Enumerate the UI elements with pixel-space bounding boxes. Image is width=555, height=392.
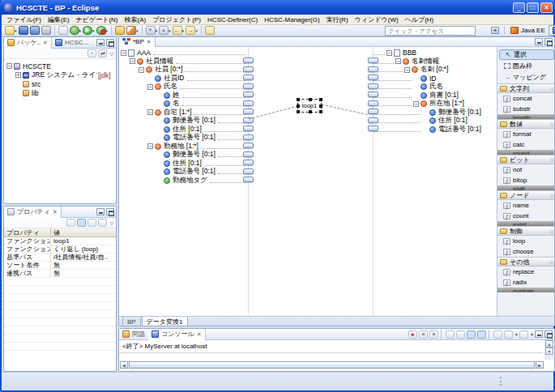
palette-item-not[interactable]: ƒnot — [497, 164, 555, 175]
show-tree-icon[interactable] — [77, 219, 86, 227]
expander-icon[interactable]: − — [6, 63, 12, 69]
expander-icon[interactable]: − — [147, 84, 153, 90]
tree-node[interactable]: 電話番号 [0:1] — [121, 134, 247, 143]
tree-node[interactable]: 住所 [0:1] — [373, 117, 494, 126]
profile-icon[interactable] — [96, 26, 106, 35]
scroll-down-icon[interactable]: ▼ — [545, 347, 553, 355]
expander-icon[interactable]: − — [395, 58, 401, 64]
new-wizard-icon[interactable] — [5, 26, 15, 35]
tree-node[interactable]: 郵便番号 [0:1] — [121, 117, 247, 126]
open-console-icon[interactable] — [519, 330, 528, 339]
close-icon[interactable]: ✕ — [43, 40, 48, 46]
back-icon[interactable]: ← — [173, 26, 182, 35]
tree-node-src[interactable]: src — [6, 79, 116, 88]
scroll-lock-icon[interactable] — [456, 330, 465, 339]
tree-node[interactable]: −BBB — [373, 49, 494, 58]
menu-navigate[interactable]: ナビゲート(N) — [73, 15, 122, 24]
column-value[interactable]: 値 — [51, 228, 116, 237]
palette-group-other[interactable]: その他○ — [497, 257, 555, 266]
forward-icon[interactable]: → — [186, 26, 195, 35]
tree-node[interactable]: −名刺情報 — [373, 58, 494, 66]
tree-node[interactable]: −所在地 [1:*] — [373, 100, 494, 109]
scrollbar-thumb[interactable] — [129, 361, 535, 369]
link-with-editor-icon[interactable]: ⇄ — [98, 49, 107, 58]
palette-tool-select[interactable]: ↖選択 — [499, 49, 554, 60]
mapping-handle[interactable] — [243, 75, 254, 80]
menu-search[interactable]: 検索(A) — [122, 15, 150, 24]
mapping-handle[interactable] — [243, 117, 254, 123]
mapping-handle[interactable] — [243, 151, 254, 157]
open-perspective-icon[interactable]: + — [491, 27, 499, 34]
generate-icon[interactable] — [58, 26, 68, 35]
view-menu-icon[interactable]: ▽ — [109, 51, 113, 57]
status-drag-grip[interactable] — [500, 377, 502, 386]
display-selected-console-icon[interactable] — [504, 330, 513, 339]
next-annotation-icon[interactable]: ▼ — [146, 26, 156, 35]
run-dropdown-icon[interactable]: ▾ — [92, 28, 95, 33]
close-icon[interactable]: ✕ — [197, 331, 202, 338]
tree-node[interactable]: 姓 — [121, 92, 247, 100]
debug-dropdown-icon[interactable]: ▾ — [79, 28, 82, 33]
perspective-hcscte-button[interactable]: HCSCTE — [549, 25, 555, 36]
run-icon[interactable]: ▶ — [83, 26, 92, 35]
close-icon[interactable]: ✕ — [53, 209, 58, 215]
pin-icon[interactable]: ○ — [550, 157, 553, 163]
palette-item-choose[interactable]: ƒchoose — [497, 246, 555, 257]
pin-icon[interactable]: ○ — [550, 121, 553, 127]
tab-data-transform-1[interactable]: データ変換1 — [142, 317, 188, 326]
menu-help[interactable]: ヘルプ(H) — [402, 15, 438, 24]
expander-icon[interactable]: − — [130, 58, 135, 64]
horizontal-scrollbar[interactable]: ◀ ▶ — [120, 361, 544, 369]
palette-item-substr[interactable]: ƒsubstr — [497, 104, 555, 114]
palette-item-radix[interactable]: ƒradix — [497, 277, 555, 288]
tree-node[interactable]: −勤務地 [1:*] — [121, 143, 247, 151]
mapping-handle[interactable] — [243, 100, 254, 106]
tree-node[interactable]: −社員 [0:*] — [121, 66, 247, 75]
tree-node[interactable]: 肩書 [0:1] — [373, 92, 494, 100]
palette-tool-mapping[interactable]: →マッピング — [499, 72, 554, 83]
minimize-view-icon[interactable] — [535, 330, 543, 338]
selection-handle[interactable] — [297, 110, 300, 113]
console-content[interactable]: <終了> MyServer at localhost ▲ ▼ ◀ ▶ — [119, 340, 554, 371]
expander-icon[interactable]: − — [147, 109, 153, 115]
dropdown-icon[interactable]: ▾ — [515, 331, 518, 337]
maximize-editor-icon[interactable] — [544, 38, 553, 45]
mapping-handle[interactable] — [243, 134, 254, 140]
minimize-editor-icon[interactable] — [535, 38, 543, 45]
expander-icon[interactable]: + — [15, 72, 21, 78]
view-menu-icon[interactable]: ▽ — [109, 220, 113, 226]
save-icon[interactable] — [19, 26, 28, 35]
perspective-java-ee-button[interactable]: Java EE — [507, 25, 549, 36]
palette-item-format[interactable]: ƒformat — [497, 129, 555, 139]
minimize-window-button[interactable]: _ — [513, 2, 525, 13]
mapping-handle[interactable] — [243, 177, 254, 182]
palette-group-string[interactable]: 文字列○ — [497, 83, 555, 93]
menu-project[interactable]: プロジェクト(P) — [149, 15, 204, 24]
pin-icon[interactable]: ○ — [550, 259, 553, 265]
tree-node[interactable]: −名刺 [0:*] — [373, 66, 494, 75]
close-icon[interactable]: ✕ — [147, 39, 152, 45]
maximize-window-button[interactable]: □ — [527, 2, 539, 13]
remove-all-launches-icon[interactable]: ✕ — [429, 330, 438, 339]
show-advanced-icon[interactable] — [88, 219, 96, 227]
mapping-handle[interactable] — [243, 66, 254, 72]
mark-occurrences-icon[interactable] — [126, 26, 136, 35]
pin-icon[interactable]: ○ — [550, 193, 553, 198]
forward-dropdown-icon[interactable]: ▾ — [195, 28, 198, 33]
show-on-stdout-icon[interactable] — [467, 330, 476, 339]
palette-group-number[interactable]: 数値○ — [497, 119, 555, 129]
tree-node[interactable]: 社員ID — [121, 75, 247, 83]
maximize-view-icon[interactable] — [544, 330, 553, 338]
minimize-view-icon[interactable] — [96, 208, 105, 215]
menu-file[interactable]: ファイル(F) — [3, 15, 45, 24]
selection-handle[interactable] — [309, 98, 312, 101]
tree-node[interactable]: −氏名 — [121, 83, 247, 92]
previous-annotation-dropdown-icon[interactable]: ▾ — [169, 28, 171, 33]
last-edit-location-icon[interactable] — [205, 26, 215, 35]
menu-window[interactable]: ウィンドウ(W) — [352, 15, 402, 24]
open-element-icon[interactable] — [115, 26, 125, 35]
tree-node[interactable]: −自宅 [1:*] — [121, 109, 247, 117]
next-annotation-dropdown-icon[interactable]: ▾ — [156, 28, 158, 33]
tree-node[interactable]: ID — [373, 75, 494, 83]
scroll-right-icon[interactable]: ▶ — [536, 361, 544, 369]
